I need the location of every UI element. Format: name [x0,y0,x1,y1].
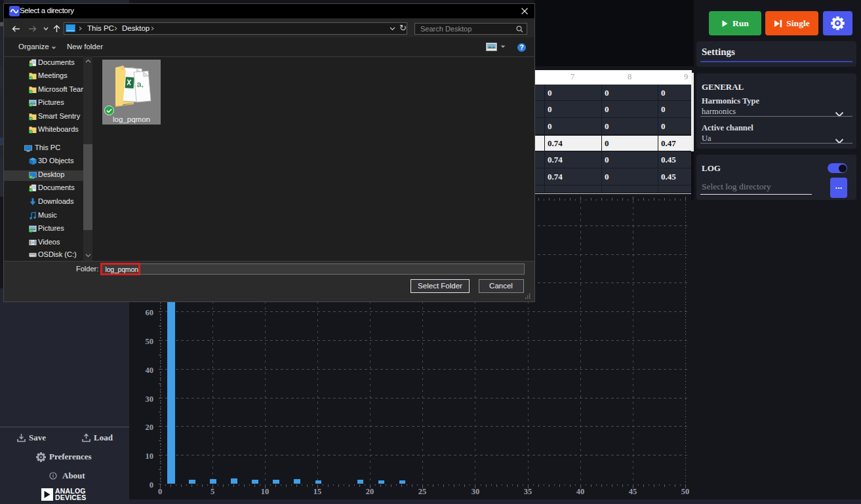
svg-text:a,: a, [136,79,144,89]
